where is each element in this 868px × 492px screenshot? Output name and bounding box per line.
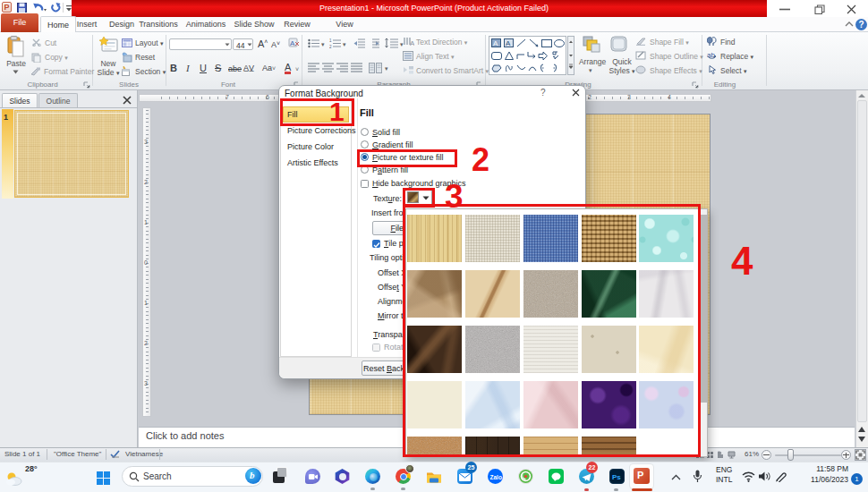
svg-text:A: A [506, 39, 511, 47]
svg-text:1: 1 [329, 38, 332, 43]
svg-text:A: A [493, 39, 498, 47]
svg-text:2: 2 [329, 45, 332, 48]
svg-text:A: A [410, 39, 414, 47]
svg-text:A: A [290, 39, 295, 47]
